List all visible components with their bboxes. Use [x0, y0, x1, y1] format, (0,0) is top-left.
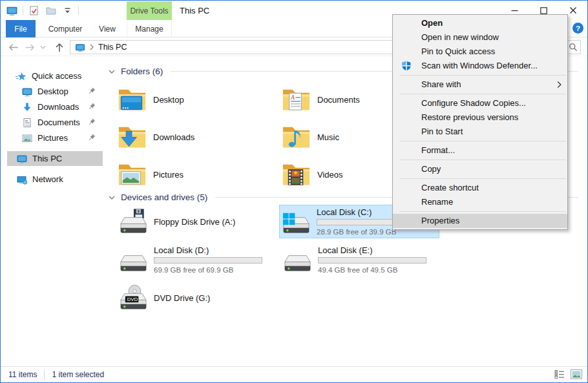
- contextual-tab-drive-tools[interactable]: Drive Tools: [127, 1, 172, 20]
- status-divider: [44, 370, 45, 380]
- menu-item-format[interactable]: Format...: [393, 143, 567, 158]
- drive-label: Local Disk (D:): [154, 245, 209, 255]
- back-arrow-icon: [8, 43, 19, 52]
- sidebar-item-network[interactable]: Network: [1, 172, 103, 187]
- pin-icon: [87, 134, 96, 142]
- collapse-chevron-icon[interactable]: [109, 196, 115, 200]
- properties-check-icon: [29, 6, 39, 16]
- file-explorer-window: Drive Tools This PC File Computer View M…: [0, 0, 588, 383]
- up-arrow-icon: [55, 43, 64, 52]
- large-icons-view-button[interactable]: [571, 369, 582, 381]
- forward-arrow-icon: [25, 43, 36, 52]
- menu-item-pin-to-start[interactable]: Pin to Start: [393, 125, 567, 139]
- sidebar-item-desktop[interactable]: Desktop: [1, 84, 103, 99]
- capacity-bar: [318, 257, 426, 264]
- tile-label: Downloads: [153, 132, 194, 142]
- sidebar-item-this-pc[interactable]: This PC: [7, 151, 103, 166]
- documents-folder-icon: A: [281, 85, 311, 115]
- defender-shield-icon: [401, 61, 412, 71]
- folder-icon: [46, 5, 56, 16]
- details-view-button[interactable]: [554, 369, 565, 381]
- sidebar-item-documents[interactable]: Documents: [1, 115, 103, 130]
- sidebar-item-label: This PC: [32, 154, 62, 163]
- menu-item-open-in-new-window[interactable]: Open in new window: [393, 30, 567, 45]
- qat-customize-button[interactable]: [61, 5, 74, 17]
- computer-icon: [17, 154, 27, 164]
- pin-icon: [87, 87, 96, 96]
- quick-access-toolbar: [6, 4, 79, 17]
- window-title: This PC: [180, 6, 209, 16]
- menu-item-create-shortcut[interactable]: Create shortcut: [393, 181, 567, 195]
- drive-tile-dvd-g[interactable]: DVD DVD Drive (G:): [117, 282, 277, 315]
- music-folder-icon: [281, 122, 311, 152]
- sidebar-item-label: Downloads: [37, 102, 79, 112]
- sidebar-item-downloads[interactable]: Downloads: [1, 99, 103, 114]
- menu-separator: [399, 211, 566, 212]
- group-title[interactable]: Devices and drives (5): [121, 192, 207, 202]
- group-title[interactable]: Folders (6): [121, 67, 163, 76]
- tab-view[interactable]: View: [91, 20, 123, 37]
- menu-item-open[interactable]: Open: [393, 16, 567, 30]
- breadcrumb-location[interactable]: This PC: [98, 43, 127, 52]
- drive-tile-floppy-a[interactable]: Floppy Disk Drive (A:): [117, 205, 277, 239]
- menu-item-configure-shadow-copies[interactable]: Configure Shadow Copies...: [393, 96, 567, 110]
- sidebar-item-pictures[interactable]: Pictures: [1, 130, 103, 145]
- system-menu-button[interactable]: [6, 5, 18, 17]
- help-button[interactable]: ?: [572, 23, 583, 34]
- sidebar-item-label: Documents: [37, 118, 80, 127]
- floppy-drive-icon: [118, 209, 149, 236]
- context-menu: Open Open in new window Pin to Quick acc…: [392, 14, 568, 230]
- submenu-chevron-icon: [557, 81, 562, 88]
- collapse-chevron-icon[interactable]: [109, 70, 115, 74]
- drive-free-space: 69.9 GB free of 69.9 GB: [154, 266, 233, 274]
- drive-free-space: 28.9 GB free of 39.9 GB: [317, 228, 396, 236]
- network-icon: [17, 174, 27, 185]
- sidebar-item-quick-access[interactable]: Quick access: [1, 68, 103, 83]
- menu-separator: [399, 141, 566, 141]
- drive-tile-local-disk-d[interactable]: Local Disk (D:) 69.9 GB free of 69.9 GB: [117, 243, 277, 277]
- up-button[interactable]: [52, 41, 67, 54]
- tab-manage[interactable]: Manage: [127, 20, 172, 37]
- close-icon: [569, 6, 577, 14]
- status-bar: 11 items 1 item selected: [1, 366, 587, 382]
- tile-label: Music: [317, 132, 339, 142]
- forward-button[interactable]: [23, 41, 37, 54]
- status-items-count: 11 items: [8, 370, 37, 379]
- download-arrow-icon: [22, 102, 32, 112]
- menu-separator: [399, 94, 566, 94]
- menu-item-properties[interactable]: Properties: [393, 214, 567, 228]
- maximize-icon: [540, 7, 547, 14]
- tile-label: Pictures: [153, 170, 184, 180]
- downloads-folder-icon: [117, 122, 147, 152]
- drive-tile-local-disk-e[interactable]: Local Disk (E:) 49.4 GB free of 49.5 GB: [281, 243, 441, 277]
- menu-item-rename[interactable]: Rename: [393, 195, 567, 209]
- breadcrumb-chevron-icon: [90, 44, 94, 50]
- menu-item-pin-to-quick-access[interactable]: Pin to Quick access: [393, 45, 567, 59]
- drive-label: DVD Drive (G:): [154, 293, 210, 303]
- qat-new-folder-button[interactable]: [45, 5, 57, 17]
- menu-item-scan-with-windows-defender[interactable]: Scan with Windows Defender...: [393, 59, 567, 73]
- sidebar-item-label: Quick access: [32, 71, 81, 81]
- tab-computer[interactable]: Computer: [39, 20, 91, 37]
- minimize-icon: [511, 7, 518, 14]
- back-button[interactable]: [6, 41, 20, 54]
- videos-folder-icon: [281, 160, 311, 190]
- recent-locations-button[interactable]: [39, 41, 47, 54]
- svg-text:A: A: [290, 94, 295, 100]
- tab-file[interactable]: File: [6, 20, 36, 37]
- toolbar-divider: [23, 6, 23, 15]
- capacity-bar: [154, 257, 262, 264]
- drive-icon: [118, 247, 149, 274]
- menu-item-restore-previous-versions[interactable]: Restore previous versions: [393, 110, 567, 125]
- thumbnail-view-icon: [571, 369, 582, 379]
- folder-tile-desktop[interactable]: Desktop: [117, 83, 278, 116]
- menu-item-share-with[interactable]: Share with: [393, 78, 567, 92]
- folder-tile-downloads[interactable]: Downloads: [117, 120, 278, 154]
- sidebar-item-label: Desktop: [37, 87, 68, 96]
- details-view-icon: [554, 369, 565, 379]
- qat-properties-button[interactable]: [28, 5, 40, 17]
- desktop-icon: [22, 87, 32, 97]
- drive-icon: [282, 247, 313, 274]
- folder-tile-pictures[interactable]: Pictures: [117, 158, 278, 191]
- menu-item-copy[interactable]: Copy: [393, 162, 567, 176]
